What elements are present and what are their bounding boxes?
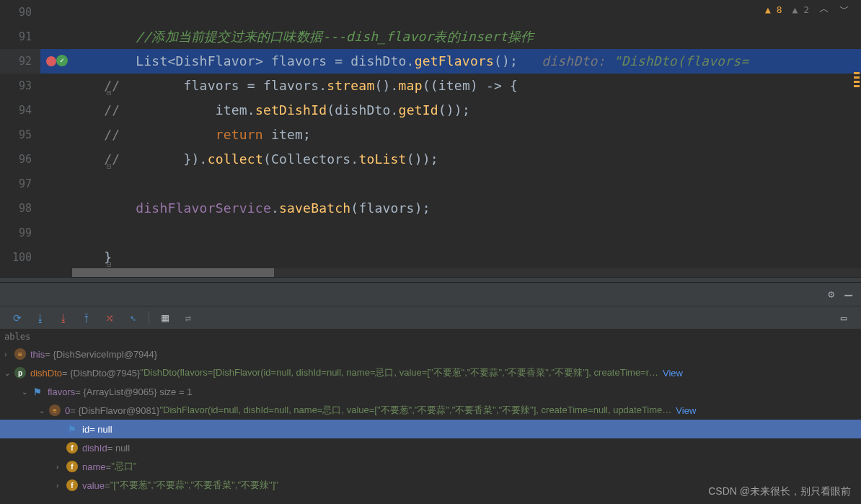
code-line[interactable]: 92✓ List<DishFlavor> flavors = dishDto.g… xyxy=(0,49,861,74)
step-force-icon[interactable]: ⭳ xyxy=(53,309,74,327)
code-line[interactable]: 94 // item.setDishId(dishDto.getId()); xyxy=(0,98,861,123)
fold-icon[interactable]: ⊟ xyxy=(107,81,112,105)
variable-name: dishId xyxy=(82,443,107,454)
expander-icon[interactable]: › xyxy=(56,482,66,490)
layout-icon[interactable]: ▭ xyxy=(834,309,854,327)
code-text[interactable] xyxy=(72,221,861,245)
variable-string: "DishDto(flavors=[DishFlavor(id=null, di… xyxy=(140,366,658,379)
debug-toolbar: ⟳ ⭳ ⭳ ⭱ ⤭ ➴ ▦ ⇄ ▭ xyxy=(0,306,861,329)
step-download-icon[interactable]: ⭳ xyxy=(30,309,50,327)
gutter[interactable] xyxy=(40,196,72,221)
variable-row[interactable]: fdishId = null xyxy=(0,438,861,457)
code-text[interactable] xyxy=(72,0,861,25)
gutter[interactable]: ⊟ xyxy=(40,147,72,172)
variable-value: = {DishDto@7945} xyxy=(62,368,140,379)
code-line[interactable]: 97 xyxy=(0,172,861,196)
gutter[interactable] xyxy=(40,0,72,25)
gutter[interactable]: ✓ xyxy=(40,49,72,74)
param-icon: p xyxy=(14,367,26,379)
expander-icon[interactable]: ⌄ xyxy=(22,388,32,396)
watermark: CSDN @未来很长，别只看眼前 xyxy=(708,485,851,498)
debug-panel-header: ⚙ — xyxy=(0,283,861,306)
variable-name: dishDto xyxy=(30,368,62,379)
panel-divider[interactable] xyxy=(0,277,861,283)
code-text[interactable]: dishFlavorService.saveBatch(flavors); xyxy=(72,196,861,221)
pop-frame-icon[interactable]: ⭱ xyxy=(76,309,97,327)
variable-row[interactable]: ⌄pdishDto = {DishDto@7945} "DishDto(flav… xyxy=(0,363,861,382)
minimize-icon[interactable]: — xyxy=(844,287,852,302)
gutter[interactable] xyxy=(40,172,72,196)
gutter[interactable] xyxy=(40,25,72,49)
view-link[interactable]: View xyxy=(663,368,683,379)
line-number: 100 xyxy=(0,245,40,270)
code-text[interactable]: //添加当前提交过来的口味数据---dish_flavor表的insert操作 xyxy=(72,25,861,49)
variables-tree[interactable]: ›≡this = {DishServiceImpl@7944}⌄pdishDto… xyxy=(0,345,861,495)
code-line[interactable]: 91 //添加当前提交过来的口味数据---dish_flavor表的insert… xyxy=(0,25,861,49)
code-text[interactable]: // return item; xyxy=(72,123,861,147)
code-line[interactable]: 96⊟ // }).collect(Collectors.toList()); xyxy=(0,147,861,172)
code-text[interactable]: // }).collect(Collectors.toList()); xyxy=(72,147,861,172)
code-line[interactable]: 93⊟ // flavors = flavors.stream().map((i… xyxy=(0,74,861,98)
variable-name: 0 xyxy=(65,405,70,416)
field-flag-icon: ⚑ xyxy=(66,423,78,435)
code-line[interactable]: 90 xyxy=(0,0,861,25)
shuffle-icon[interactable]: ⤭ xyxy=(100,309,120,327)
variable-row[interactable]: ⌄≡0 = {DishFlavor@9081} "DishFlavor(id=n… xyxy=(0,401,861,420)
gutter[interactable] xyxy=(40,221,72,245)
variable-row[interactable]: ›≡this = {DishServiceImpl@7944} xyxy=(0,345,861,363)
caret-up-icon[interactable]: ︿ xyxy=(819,3,829,16)
expander-icon[interactable]: › xyxy=(4,350,14,358)
code-line[interactable]: 100⊟ } xyxy=(0,245,861,270)
field-icon: f xyxy=(66,461,78,472)
gutter[interactable]: ⊟ xyxy=(40,74,72,98)
field-flag-icon: ⚑ xyxy=(32,386,43,397)
line-number: 92 xyxy=(0,49,40,74)
variable-name: this xyxy=(30,349,45,360)
variable-string: "忌口" xyxy=(111,460,136,473)
variable-row[interactable]: ›fname = "忌口" xyxy=(0,457,861,476)
expander-icon[interactable]: › xyxy=(56,463,66,471)
scrollbar-thumb[interactable] xyxy=(72,268,274,277)
variable-row[interactable]: ⚑id = null xyxy=(0,420,861,438)
code-text[interactable]: List<DishFlavor> flavors = dishDto.getFl… xyxy=(72,49,861,74)
variable-name: name xyxy=(82,461,106,472)
warning-icon[interactable]: ▲ 8 xyxy=(765,4,782,15)
variable-row[interactable]: ⌄⚑flavors = {ArrayList@9065} size = 1 xyxy=(0,382,861,401)
restart-frame-icon[interactable]: ⟳ xyxy=(7,309,27,327)
fold-icon[interactable]: ⊟ xyxy=(107,154,112,179)
gutter[interactable] xyxy=(40,98,72,123)
code-line[interactable]: 98 dishFlavorService.saveBatch(flavors); xyxy=(0,196,861,221)
breakpoint-icon[interactable] xyxy=(46,56,56,66)
view-link[interactable]: View xyxy=(676,405,696,416)
weak-warning-icon[interactable]: ▲ 2 xyxy=(792,4,809,15)
breakpoint-verified-icon: ✓ xyxy=(56,55,68,66)
variable-value: = null xyxy=(107,443,130,454)
toggle-icon[interactable]: ⇄ xyxy=(178,309,198,327)
evaluate-expression-icon[interactable]: ▦ xyxy=(155,309,175,327)
gutter[interactable] xyxy=(40,123,72,147)
line-number: 90 xyxy=(0,0,40,25)
step-out-icon[interactable]: ➴ xyxy=(123,309,143,327)
field-icon: f xyxy=(66,479,78,491)
line-number: 98 xyxy=(0,196,40,221)
variable-value: = xyxy=(105,480,110,491)
gutter[interactable]: ⊟ xyxy=(40,245,72,270)
code-text[interactable]: } xyxy=(72,245,861,270)
expander-icon[interactable]: ⌄ xyxy=(4,369,14,377)
line-number: 94 xyxy=(0,98,40,123)
gear-icon[interactable]: ⚙ xyxy=(828,288,834,301)
error-stripe[interactable] xyxy=(854,72,860,89)
code-editor[interactable]: ▲ 8 ▲ 2 ︿ ﹀ 9091 //添加当前提交过来的口味数据---dish_… xyxy=(0,0,861,277)
caret-down-icon[interactable]: ﹀ xyxy=(839,3,849,16)
code-text[interactable]: // flavors = flavors.stream().map((item)… xyxy=(72,74,861,98)
variable-string: "["不要葱","不要蒜","不要香菜","不要辣"]" xyxy=(110,479,278,492)
object-icon: ≡ xyxy=(14,348,26,360)
code-text[interactable] xyxy=(72,172,861,196)
code-text[interactable]: // item.setDishId(dishDto.getId()); xyxy=(72,98,861,123)
editor-scrollbar-horizontal[interactable] xyxy=(72,268,861,277)
expander-icon[interactable]: ⌄ xyxy=(39,407,49,415)
variable-value: = xyxy=(106,461,112,472)
code-line[interactable]: 99 xyxy=(0,221,861,245)
variables-label: ables xyxy=(0,329,861,345)
code-line[interactable]: 95 // return item; xyxy=(0,123,861,147)
